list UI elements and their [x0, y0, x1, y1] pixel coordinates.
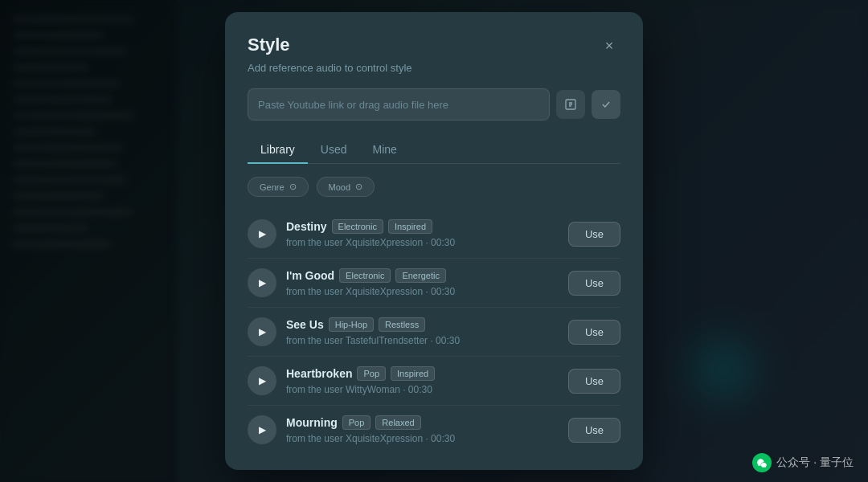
play-button-1[interactable]: ▶ — [248, 219, 276, 248]
play-button-4[interactable]: ▶ — [248, 366, 276, 395]
play-button-2[interactable]: ▶ — [248, 268, 276, 297]
track-tag-hiphop-3: Hip-Hop — [329, 317, 374, 332]
track-info-4: Heartbroken Pop Inspired from the user W… — [286, 366, 559, 395]
track-info-1: Destiny Electronic Inspired from the use… — [286, 219, 559, 248]
track-tag-electronic-1: Electronic — [332, 219, 383, 234]
track-tag-pop-5: Pop — [342, 415, 371, 430]
use-button-4[interactable]: Use — [568, 369, 620, 394]
track-item: ▶ See Us Hip-Hop Restless from the user … — [248, 308, 620, 357]
url-input-row — [248, 88, 620, 120]
track-tag-pop-4: Pop — [357, 366, 386, 381]
use-button-1[interactable]: Use — [568, 222, 620, 247]
filters: Genre ⊙ Mood ⊙ — [248, 177, 620, 197]
watermark-text: 公众号 · 量子位 — [776, 455, 854, 470]
tab-used[interactable]: Used — [308, 137, 360, 164]
track-meta-3: from the user TastefulTrendsetter · 00:3… — [286, 335, 559, 346]
track-meta-4: from the user WittyWoman · 00:30 — [286, 384, 559, 395]
play-button-5[interactable]: ▶ — [248, 415, 276, 444]
modal-header: Style × — [248, 35, 620, 57]
tab-library[interactable]: Library — [248, 137, 308, 164]
style-modal: Style × Add reference audio to control s… — [225, 12, 643, 470]
track-tag-restless-3: Restless — [379, 317, 425, 332]
watermark: 公众号 · 量子位 — [752, 453, 854, 472]
use-button-5[interactable]: Use — [568, 418, 620, 443]
modal-title: Style — [248, 35, 290, 55]
track-name-row-1: Destiny Electronic Inspired — [286, 219, 559, 234]
url-input[interactable] — [248, 88, 550, 120]
track-info-5: Mourning Pop Relaxed from the user Xquis… — [286, 415, 559, 444]
mood-filter[interactable]: Mood ⊙ — [317, 177, 375, 197]
genre-filter[interactable]: Genre ⊙ — [248, 177, 309, 197]
track-meta-5: from the user XquisiteXpression · 00:30 — [286, 433, 559, 444]
track-item: ▶ I'm Good Electronic Energetic from the… — [248, 259, 620, 308]
track-name-5: Mourning — [286, 416, 338, 429]
play-button-3[interactable]: ▶ — [248, 317, 276, 346]
genre-label: Genre — [260, 182, 285, 192]
track-name-row-5: Mourning Pop Relaxed — [286, 415, 559, 430]
track-item: ▶ Heartbroken Pop Inspired from the user… — [248, 357, 620, 406]
track-name-4: Heartbroken — [286, 367, 352, 380]
track-item: ▶ Mourning Pop Relaxed from the user Xqu… — [248, 406, 620, 451]
modal-subtitle: Add reference audio to control style — [248, 62, 620, 74]
track-info-3: See Us Hip-Hop Restless from the user Ta… — [286, 317, 559, 346]
track-name-row-3: See Us Hip-Hop Restless — [286, 317, 559, 332]
track-meta-1: from the user XquisiteXpression · 00:30 — [286, 237, 559, 248]
mood-chevron-icon: ⊙ — [355, 182, 362, 192]
track-item: ▶ Destiny Electronic Inspired from the u… — [248, 210, 620, 259]
mood-label: Mood — [329, 182, 351, 192]
track-name-2: I'm Good — [286, 269, 334, 282]
track-meta-2: from the user XquisiteXpression · 00:30 — [286, 286, 559, 297]
track-tag-relaxed-5: Relaxed — [375, 415, 420, 430]
track-info-2: I'm Good Electronic Energetic from the u… — [286, 268, 559, 297]
confirm-button[interactable] — [592, 90, 620, 119]
use-button-3[interactable]: Use — [568, 320, 620, 345]
track-tag-inspired-4: Inspired — [391, 366, 435, 381]
track-tag-electronic-2: Electronic — [339, 268, 391, 283]
genre-chevron-icon: ⊙ — [289, 182, 297, 192]
track-list: ▶ Destiny Electronic Inspired from the u… — [248, 210, 620, 451]
upload-button[interactable] — [556, 90, 585, 119]
tab-mine[interactable]: Mine — [359, 137, 409, 164]
track-name-1: Destiny — [286, 220, 327, 233]
track-name-row-2: I'm Good Electronic Energetic — [286, 268, 559, 283]
modal-bottom-fade — [248, 451, 620, 470]
tabs: Library Used Mine — [248, 137, 620, 164]
track-tag-inspired-1: Inspired — [388, 219, 432, 234]
track-name-row-4: Heartbroken Pop Inspired — [286, 366, 559, 381]
wechat-icon — [752, 453, 772, 472]
close-button[interactable]: × — [598, 35, 620, 57]
use-button-2[interactable]: Use — [568, 271, 620, 296]
track-tag-energetic-2: Energetic — [395, 268, 445, 283]
track-name-3: See Us — [286, 318, 324, 331]
